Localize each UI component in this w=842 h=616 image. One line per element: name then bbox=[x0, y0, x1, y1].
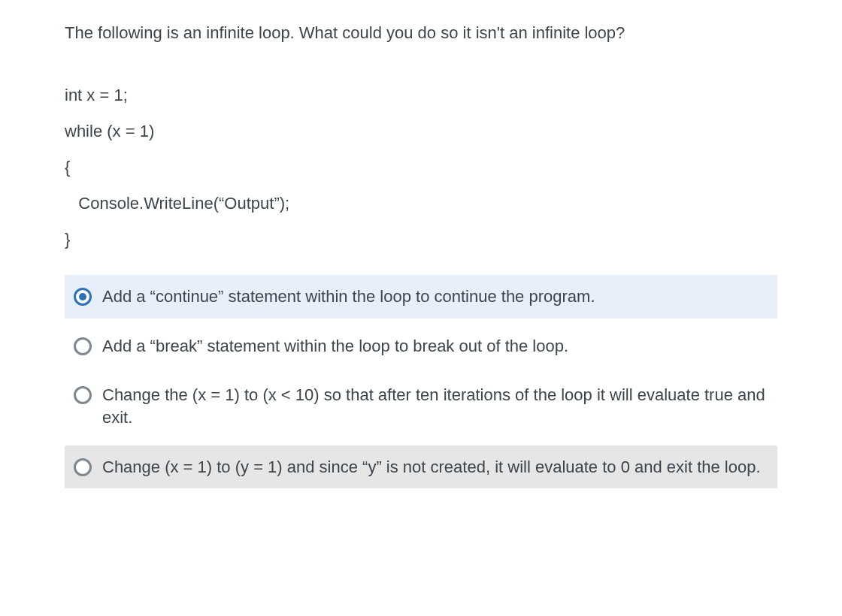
code-line: { bbox=[65, 159, 777, 176]
radio-icon bbox=[74, 337, 92, 355]
radio-icon bbox=[74, 458, 92, 476]
answer-option-1[interactable]: Add a “break” statement within the loop … bbox=[65, 325, 777, 368]
answer-option-3[interactable]: Change (x = 1) to (y = 1) and since “y” … bbox=[65, 445, 777, 489]
code-line: Console.WriteLine(“Output”); bbox=[65, 195, 777, 212]
answer-option-label: Change (x = 1) to (y = 1) and since “y” … bbox=[102, 456, 761, 479]
answer-option-label: Add a “break” statement within the loop … bbox=[102, 335, 568, 358]
answer-options: Add a “continue” statement within the lo… bbox=[65, 275, 777, 494]
quiz-question: The following is an infinite loop. What … bbox=[0, 0, 842, 616]
answer-option-0[interactable]: Add a “continue” statement within the lo… bbox=[65, 275, 777, 319]
code-block: int x = 1; while (x = 1) { Console.Write… bbox=[65, 87, 777, 248]
answer-option-label: Change the (x = 1) to (x < 10) so that a… bbox=[102, 384, 768, 428]
radio-icon bbox=[74, 386, 92, 404]
answer-option-label: Add a “continue” statement within the lo… bbox=[102, 285, 595, 308]
code-line: int x = 1; bbox=[65, 87, 777, 104]
radio-icon bbox=[74, 288, 92, 306]
code-line: while (x = 1) bbox=[65, 123, 777, 140]
answer-option-2[interactable]: Change the (x = 1) to (x < 10) so that a… bbox=[65, 373, 777, 439]
code-line: } bbox=[65, 231, 777, 248]
question-prompt: The following is an infinite loop. What … bbox=[65, 21, 777, 45]
